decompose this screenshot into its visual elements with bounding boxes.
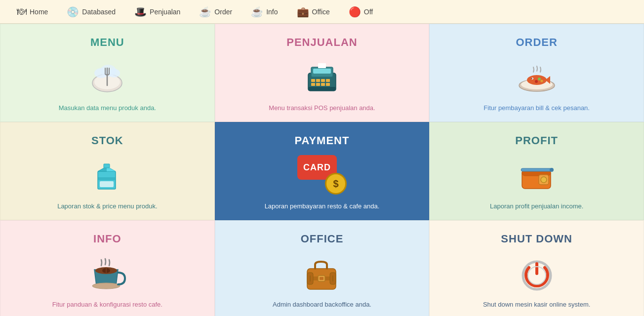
card-payment[interactable]: PAYMENT CARD $ Laporan pembayaran resto …: [215, 122, 430, 220]
payment-card-icon: CARD $: [297, 155, 347, 195]
card-office[interactable]: OFFICE Admin dashboard backoffice and: [215, 220, 430, 316]
card-penjualan-title: PENJUALAN: [286, 36, 357, 49]
svg-rect-13: [321, 79, 325, 82]
nav-office-label: Office: [312, 8, 330, 16]
svg-rect-39: [521, 168, 552, 171]
card-menu-title: MENU: [90, 36, 124, 49]
svg-point-4: [108, 69, 120, 78]
info-icon: ☕: [251, 6, 263, 18]
nav-info-label: Info: [266, 8, 278, 16]
card-order[interactable]: ORDER Fitur pembayaran bill: [429, 24, 644, 122]
svg-rect-14: [326, 79, 330, 82]
card-order-desc: Fitur pembayaran bill & cek pesanan.: [483, 104, 590, 112]
nav-off[interactable]: 🔴 Off: [342, 3, 380, 21]
card-stok-desc: Laporan stok & price menu produk.: [57, 202, 157, 210]
svg-rect-20: [318, 63, 326, 68]
databased-icon: 💿: [67, 6, 79, 18]
svg-point-28: [535, 80, 538, 83]
card-info-title: INFO: [93, 233, 121, 245]
svg-rect-11: [311, 79, 315, 82]
card-info-desc: Fitur panduan & konfigurasi resto cafe.: [52, 301, 162, 308]
off-icon: 🔴: [349, 6, 361, 18]
nav-order-label: Order: [214, 8, 232, 16]
card-shutdown-title: SHUT DOWN: [501, 233, 572, 245]
coin-icon: $: [325, 173, 347, 195]
card-payment-desc: Laporan pembayaran resto & cafe anda.: [265, 202, 380, 210]
svg-rect-32: [98, 177, 116, 180]
card-menu[interactable]: MENU Masukan data menu produk anda.: [0, 24, 215, 122]
shutdown-power-icon: [515, 253, 559, 293]
svg-point-25: [531, 78, 532, 79]
card-profit-title: PROFIT: [515, 134, 558, 147]
order-icon: ☕: [199, 6, 211, 18]
home-icon: 🍽: [17, 6, 27, 17]
card-info[interactable]: INFO Fitur panduan & konfigurasi rest: [0, 220, 215, 316]
nav-databased-label: Databased: [82, 8, 116, 16]
info-coffee-icon: [85, 253, 129, 293]
nav-penjualan-label: Penjualan: [150, 8, 180, 16]
nav-off-label: Off: [364, 8, 373, 16]
svg-rect-17: [321, 83, 325, 86]
penjualan-cash-icon: [300, 57, 344, 96]
nav-penjualan[interactable]: 🎩 Penjualan: [127, 3, 187, 21]
order-food-icon: [515, 57, 559, 96]
card-order-title: ORDER: [516, 36, 557, 49]
svg-point-41: [92, 283, 120, 289]
card-profit[interactable]: PROFIT Laporan profit penjualan income.: [429, 122, 644, 220]
nav-databased[interactable]: 💿 Databased: [60, 3, 122, 21]
svg-rect-47: [320, 277, 323, 280]
svg-point-27: [540, 79, 543, 82]
menu-icon: [85, 57, 129, 96]
card-menu-desc: Masukan data menu produk anda.: [59, 104, 156, 112]
svg-point-23: [527, 75, 547, 85]
card-penjualan[interactable]: PENJUALAN: [215, 24, 430, 122]
svg-rect-18: [326, 83, 330, 86]
penjualan-icon: 🎩: [134, 6, 147, 18]
card-stok-title: STOK: [91, 134, 123, 147]
nav-home[interactable]: 🍽 Home: [10, 3, 55, 20]
svg-rect-34: [104, 164, 110, 168]
profit-wallet-icon: [515, 155, 559, 195]
svg-rect-15: [311, 83, 315, 86]
card-office-desc: Admin dashboard backoffice anda.: [273, 301, 371, 308]
nav-order[interactable]: ☕ Order: [192, 3, 239, 21]
svg-rect-12: [316, 79, 320, 82]
office-bag-icon: [300, 253, 344, 293]
card-office-title: OFFICE: [301, 233, 344, 245]
card-shutdown-desc: Shut down mesin kasir online system.: [483, 301, 590, 308]
svg-rect-33: [100, 181, 114, 187]
stok-box-icon: [85, 155, 129, 195]
svg-rect-16: [316, 83, 320, 86]
card-shutdown[interactable]: SHUT DOWN Shut down mesin kasir online s…: [429, 220, 644, 316]
svg-rect-19: [308, 87, 336, 91]
navbar: 🍽 Home 💿 Databased 🎩 Penjualan ☕ Order ☕…: [0, 0, 644, 24]
card-payment-title: PAYMENT: [295, 134, 350, 147]
svg-point-26: [538, 78, 541, 80]
svg-point-40: [550, 168, 554, 172]
card-penjualan-desc: Menu transaksi POS penjualan anda.: [269, 104, 375, 112]
nav-home-label: Home: [30, 8, 48, 16]
svg-rect-10: [313, 69, 331, 74]
card-profit-desc: Laporan profit penjualan income.: [490, 202, 583, 210]
office-icon: 💼: [297, 6, 309, 18]
nav-info[interactable]: ☕ Info: [244, 3, 284, 21]
card-stok[interactable]: STOK Laporan stok & price menu produk.: [0, 122, 215, 220]
svg-point-38: [541, 177, 547, 183]
main-grid: MENU Masukan data menu produk anda. PENJ…: [0, 24, 644, 316]
nav-office[interactable]: 💼 Office: [290, 3, 337, 21]
